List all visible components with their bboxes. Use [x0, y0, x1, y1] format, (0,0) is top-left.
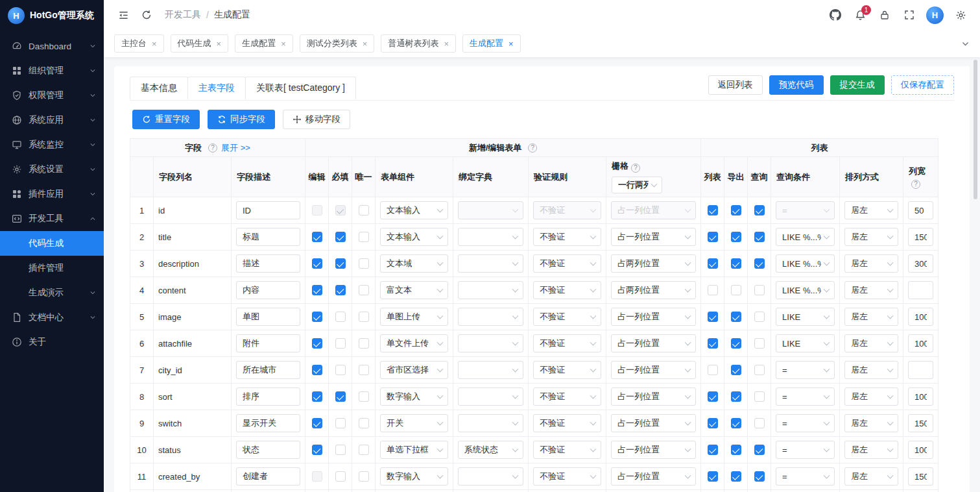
- export-checkbox[interactable]: [731, 232, 741, 242]
- sidebar-item-插件管理[interactable]: 插件管理: [0, 256, 104, 280]
- rule-select[interactable]: 不验证: [533, 414, 601, 432]
- query-checkbox[interactable]: [754, 418, 765, 428]
- sidebar-item-权限管理[interactable]: 权限管理: [0, 83, 104, 108]
- required-checkbox[interactable]: [335, 312, 346, 322]
- field-desc-input[interactable]: [236, 228, 300, 246]
- edit-checkbox[interactable]: [312, 365, 322, 375]
- edit-checkbox[interactable]: [312, 232, 322, 242]
- close-icon[interactable]: ×: [217, 40, 222, 48]
- list-checkbox[interactable]: [708, 418, 718, 428]
- field-desc-input[interactable]: [236, 361, 300, 379]
- query-checkbox[interactable]: [754, 471, 765, 482]
- sidebar-item-组织管理[interactable]: 组织管理: [0, 58, 104, 83]
- query-checkbox[interactable]: [754, 232, 765, 242]
- query-checkbox[interactable]: [754, 445, 765, 455]
- close-icon[interactable]: ×: [508, 40, 514, 48]
- required-checkbox[interactable]: [335, 285, 346, 295]
- component-select[interactable]: 数字输入: [380, 387, 448, 406]
- query-checkbox[interactable]: [754, 285, 765, 295]
- rule-select[interactable]: 不验证: [533, 361, 601, 379]
- settings-gear-icon[interactable]: [950, 5, 971, 25]
- list-checkbox[interactable]: [708, 312, 718, 322]
- breadcrumb-parent[interactable]: 开发工具: [165, 9, 201, 21]
- edit-checkbox[interactable]: [312, 338, 322, 349]
- align-select[interactable]: 居左: [844, 308, 898, 326]
- export-checkbox[interactable]: [731, 365, 741, 375]
- field-desc-input[interactable]: [236, 281, 300, 299]
- col-width-input[interactable]: [908, 254, 933, 273]
- component-select[interactable]: 富文本: [380, 281, 448, 299]
- export-checkbox[interactable]: [731, 258, 741, 269]
- expand-link[interactable]: 展开 >>: [221, 142, 250, 154]
- align-select[interactable]: 居左: [844, 414, 898, 432]
- rule-select[interactable]: 不验证: [533, 334, 601, 352]
- component-select[interactable]: 文本输入: [380, 201, 448, 219]
- rule-select[interactable]: 不验证: [533, 254, 601, 273]
- dict-select[interactable]: [458, 414, 523, 432]
- multitab-普通树表列表[interactable]: 普通树表列表×: [381, 34, 456, 53]
- required-checkbox[interactable]: [335, 365, 346, 375]
- unique-checkbox[interactable]: [359, 285, 369, 295]
- export-checkbox[interactable]: [731, 445, 741, 455]
- rule-select[interactable]: 不验证: [533, 387, 601, 406]
- grid-select[interactable]: 占两列位置: [611, 281, 696, 299]
- unique-checkbox[interactable]: [359, 445, 369, 455]
- dict-select[interactable]: [458, 361, 523, 379]
- component-select[interactable]: 省市区选择: [380, 361, 448, 379]
- field-desc-input[interactable]: [236, 467, 300, 486]
- field-desc-input[interactable]: [236, 334, 300, 352]
- grid-select[interactable]: 占两列位置: [611, 254, 696, 273]
- multitab-主控台[interactable]: 主控台×: [114, 34, 164, 53]
- col-width-input[interactable]: [908, 201, 933, 219]
- align-select[interactable]: 居左: [844, 361, 898, 379]
- dict-select[interactable]: [458, 254, 523, 273]
- rule-select[interactable]: 不验证: [533, 308, 601, 326]
- collapse-sidebar-icon[interactable]: [113, 5, 134, 25]
- field-desc-input[interactable]: [236, 441, 300, 459]
- list-checkbox[interactable]: [708, 205, 718, 215]
- query-cond-select[interactable]: LIKE %...%: [776, 228, 835, 246]
- col-width-input[interactable]: [908, 361, 933, 379]
- sync-fields-button[interactable]: 同步字段: [208, 110, 275, 129]
- query-checkbox[interactable]: [754, 391, 765, 402]
- required-checkbox[interactable]: [335, 445, 346, 455]
- dict-select[interactable]: [458, 467, 523, 486]
- list-checkbox[interactable]: [708, 338, 718, 349]
- dict-select[interactable]: [458, 308, 523, 326]
- logo[interactable]: H HotGo管理系统: [0, 0, 104, 31]
- unique-checkbox[interactable]: [359, 391, 369, 402]
- config-tab[interactable]: 主表字段: [187, 77, 246, 99]
- col-width-input[interactable]: [908, 308, 933, 326]
- align-select[interactable]: 居左: [844, 254, 898, 273]
- required-checkbox[interactable]: [335, 391, 346, 402]
- col-width-input[interactable]: [908, 228, 933, 246]
- config-tab[interactable]: 基本信息: [130, 77, 188, 99]
- align-select[interactable]: 居左: [844, 467, 898, 486]
- list-checkbox[interactable]: [708, 445, 718, 455]
- query-cond-select[interactable]: =: [776, 361, 835, 379]
- component-select[interactable]: 开关: [380, 414, 448, 432]
- export-checkbox[interactable]: [731, 312, 741, 322]
- field-desc-input[interactable]: [236, 387, 300, 406]
- query-checkbox[interactable]: [754, 258, 765, 269]
- github-icon[interactable]: [825, 5, 846, 25]
- query-checkbox[interactable]: [754, 365, 765, 375]
- fullscreen-icon[interactable]: [899, 5, 920, 25]
- component-select[interactable]: 单选下拉框: [380, 441, 448, 459]
- required-checkbox[interactable]: [335, 338, 346, 349]
- dict-select[interactable]: [458, 281, 523, 299]
- export-checkbox[interactable]: [731, 285, 741, 295]
- query-checkbox[interactable]: [754, 205, 765, 215]
- notifications-bell-icon[interactable]: 1: [850, 5, 870, 25]
- query-checkbox[interactable]: [754, 338, 765, 349]
- unique-checkbox[interactable]: [359, 258, 369, 269]
- list-checkbox[interactable]: [708, 285, 718, 295]
- grid-select[interactable]: 占一列位置: [611, 441, 696, 459]
- unique-checkbox[interactable]: [359, 205, 369, 215]
- save-config-button[interactable]: 仅保存配置: [891, 75, 955, 95]
- query-cond-select[interactable]: LIKE %...%: [776, 281, 835, 299]
- grid-select[interactable]: 占一列位置: [611, 387, 696, 406]
- required-checkbox[interactable]: [335, 418, 346, 428]
- rule-select[interactable]: 不验证: [533, 441, 601, 459]
- sidebar-item-关于[interactable]: 关于: [0, 330, 104, 354]
